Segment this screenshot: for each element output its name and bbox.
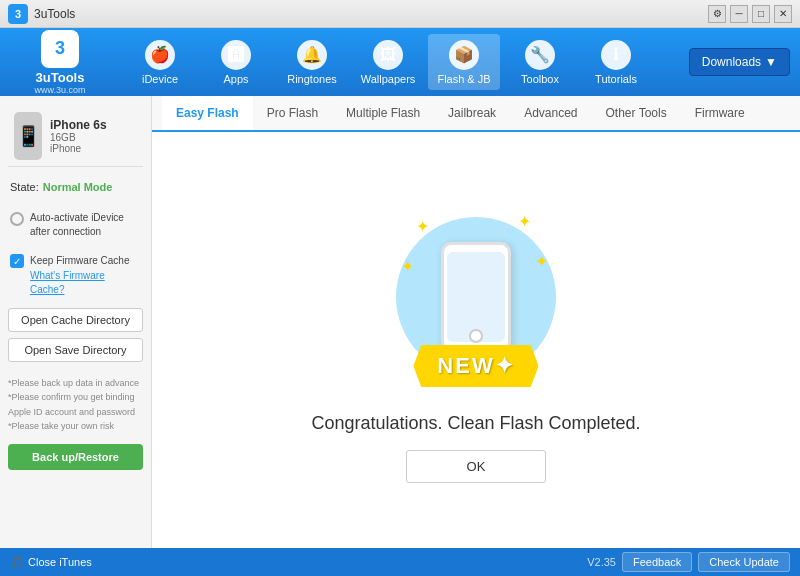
window-controls[interactable]: ⚙ ─ □ ✕: [708, 5, 792, 23]
nav-flash-jb-label: Flash & JB: [437, 73, 490, 85]
minimize-button[interactable]: ─: [730, 5, 748, 23]
download-arrow-icon: ▼: [765, 55, 777, 69]
note-2: *Please confirm you get binding Apple ID…: [8, 390, 143, 419]
nav-apps[interactable]: 🅰 Apps: [200, 34, 272, 90]
nav-ringtones[interactable]: 🔔 Ringtones: [276, 34, 348, 90]
idevice-icon: 🍎: [145, 40, 175, 70]
app-logo-text: 3uTools: [36, 70, 85, 85]
tab-pro-flash[interactable]: Pro Flash: [253, 96, 332, 132]
tab-jailbreak[interactable]: Jailbreak: [434, 96, 510, 132]
device-details: iPhone 6s 16GB iPhone: [50, 118, 137, 154]
maximize-button[interactable]: □: [752, 5, 770, 23]
nav-ringtones-label: Ringtones: [287, 73, 337, 85]
wallpapers-icon: 🖼: [373, 40, 403, 70]
phone-badge-container: ✦ ✦ ✦ ✦ NEW✦: [386, 197, 566, 397]
close-button[interactable]: ✕: [774, 5, 792, 23]
auto-activate-option[interactable]: Auto-activate iDevice after connection: [8, 209, 143, 241]
flash-jb-icon: 📦: [449, 40, 479, 70]
main-content: Easy Flash Pro Flash Multiple Flash Jail…: [152, 96, 800, 548]
sidebar: 📱 iPhone 6s 16GB iPhone State: Normal Mo…: [0, 96, 152, 548]
logo-area: 3 3uTools www.3u.com: [10, 30, 110, 95]
ok-button[interactable]: OK: [406, 450, 547, 483]
version-text: V2.35: [587, 556, 616, 568]
tab-advanced[interactable]: Advanced: [510, 96, 591, 132]
star-decoration-1: ✦: [416, 217, 429, 236]
nav-idevice-label: iDevice: [142, 73, 178, 85]
phone-illustration: [441, 242, 511, 352]
new-badge: NEW✦: [413, 345, 538, 387]
device-name: iPhone 6s: [50, 118, 137, 132]
app-logo-box: 3: [41, 30, 79, 68]
downloads-button[interactable]: Downloads ▼: [689, 48, 790, 76]
device-type: iPhone: [50, 143, 137, 154]
keep-firmware-label: Keep Firmware Cache: [30, 255, 129, 266]
check-update-button[interactable]: Check Update: [698, 552, 790, 572]
ringtones-icon: 🔔: [297, 40, 327, 70]
apps-icon: 🅰: [221, 40, 251, 70]
notes-section: *Please back up data in advance *Please …: [8, 376, 143, 434]
itunes-icon: 🎵: [10, 556, 24, 569]
nav-wallpapers-label: Wallpapers: [361, 73, 416, 85]
app-logo-sub: www.3u.com: [34, 85, 85, 95]
nav-tutorials[interactable]: ℹ Tutorials: [580, 34, 652, 90]
congratulations-text: Congratulations. Clean Flash Completed.: [311, 413, 640, 434]
backup-restore-button[interactable]: Back up/Restore: [8, 444, 143, 470]
device-info: 📱 iPhone 6s 16GB iPhone: [8, 106, 143, 167]
celebration-area: ✦ ✦ ✦ ✦ NEW✦ Congratulations. Clean Flas…: [311, 197, 640, 483]
tab-multiple-flash[interactable]: Multiple Flash: [332, 96, 434, 132]
nav-flash-jb[interactable]: 📦 Flash & JB: [428, 34, 500, 90]
tutorials-icon: ℹ: [601, 40, 631, 70]
auto-activate-label: Auto-activate iDevice after connection: [30, 211, 141, 239]
tab-other-tools[interactable]: Other Tools: [592, 96, 681, 132]
firmware-option-content: Keep Firmware Cache What's Firmware Cach…: [30, 253, 141, 296]
nav-toolbox-label: Toolbox: [521, 73, 559, 85]
note-1: *Please back up data in advance: [8, 376, 143, 390]
titlebar-left: 3 3uTools: [8, 4, 75, 24]
device-storage: 16GB: [50, 132, 137, 143]
flash-complete-content: ✦ ✦ ✦ ✦ NEW✦ Congratulations. Clean Flas…: [152, 132, 800, 548]
phone-home-button: [469, 329, 483, 343]
open-cache-directory-button[interactable]: Open Cache Directory: [8, 308, 143, 332]
device-phone-icon: 📱: [14, 112, 42, 160]
auto-activate-radio[interactable]: [10, 212, 24, 226]
nav-idevice[interactable]: 🍎 iDevice: [124, 34, 196, 90]
nav-toolbox[interactable]: 🔧 Toolbox: [504, 34, 576, 90]
settings-icon[interactable]: ⚙: [708, 5, 726, 23]
tab-firmware[interactable]: Firmware: [681, 96, 759, 132]
firmware-cache-link[interactable]: What's Firmware Cache?: [30, 270, 105, 295]
keep-firmware-option[interactable]: ✓ Keep Firmware Cache What's Firmware Ca…: [8, 251, 143, 298]
close-itunes-button[interactable]: 🎵 Close iTunes: [10, 556, 92, 569]
star-decoration-2: ✦: [518, 212, 531, 231]
nav-tutorials-label: Tutorials: [595, 73, 637, 85]
app-logo: 3: [8, 4, 28, 24]
close-itunes-label: Close iTunes: [28, 556, 92, 568]
app-title: 3uTools: [34, 7, 75, 21]
bottom-right-controls: V2.35 Feedback Check Update: [587, 552, 790, 572]
feedback-button[interactable]: Feedback: [622, 552, 692, 572]
toolbox-icon: 🔧: [525, 40, 555, 70]
top-navigation: 3 3uTools www.3u.com 🍎 iDevice 🅰 Apps 🔔 …: [0, 28, 800, 96]
state-row: State: Normal Mode: [8, 177, 143, 197]
state-value: Normal Mode: [43, 181, 113, 193]
titlebar: 3 3uTools ⚙ ─ □ ✕: [0, 0, 800, 28]
main-layout: 📱 iPhone 6s 16GB iPhone State: Normal Mo…: [0, 96, 800, 548]
state-label: State:: [10, 181, 39, 193]
note-3: *Please take your own risk: [8, 419, 143, 433]
bottom-bar: 🎵 Close iTunes V2.35 Feedback Check Upda…: [0, 548, 800, 576]
open-save-directory-button[interactable]: Open Save Directory: [8, 338, 143, 362]
downloads-label: Downloads: [702, 55, 761, 69]
keep-firmware-checkbox[interactable]: ✓: [10, 254, 24, 268]
nav-apps-label: Apps: [223, 73, 248, 85]
tab-easy-flash[interactable]: Easy Flash: [162, 96, 253, 132]
nav-wallpapers[interactable]: 🖼 Wallpapers: [352, 34, 424, 90]
star-decoration-4: ✦: [535, 252, 548, 271]
tab-bar: Easy Flash Pro Flash Multiple Flash Jail…: [152, 96, 800, 132]
new-ribbon: NEW✦: [413, 345, 538, 387]
star-decoration-3: ✦: [401, 257, 414, 276]
